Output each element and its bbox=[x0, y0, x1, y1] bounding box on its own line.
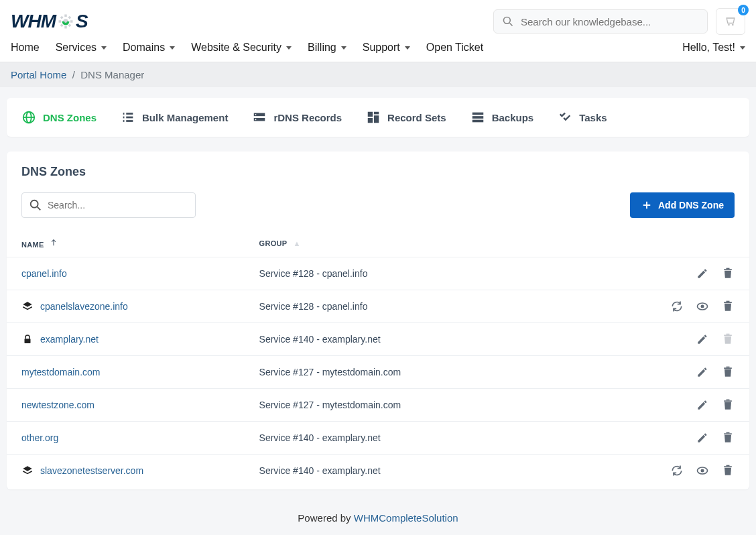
globe-icon bbox=[21, 110, 36, 125]
chevron-down-icon bbox=[170, 46, 175, 50]
tabs-bar: DNS ZonesBulk ManagementrDNS RecordsReco… bbox=[7, 98, 749, 137]
nav-domains[interactable]: Domains bbox=[123, 42, 175, 54]
zone-link[interactable]: other.org bbox=[21, 432, 58, 443]
zone-group: Service #140 - examplary.net bbox=[245, 323, 629, 356]
chevron-down-icon bbox=[101, 46, 107, 50]
delete-icon bbox=[721, 431, 735, 444]
delete-button[interactable] bbox=[721, 300, 735, 313]
col-name[interactable]: NAME bbox=[7, 230, 245, 257]
tab-rdns-records[interactable]: rDNS Records bbox=[252, 110, 342, 125]
edit-button[interactable] bbox=[696, 431, 709, 444]
lock-icon bbox=[21, 333, 34, 345]
chevron-down-icon bbox=[405, 46, 410, 50]
edit-icon bbox=[696, 431, 709, 444]
col-group[interactable]: GROUP ▲ bbox=[245, 230, 629, 257]
panel-title: DNS Zones bbox=[7, 152, 749, 186]
delete-button[interactable] bbox=[721, 464, 735, 477]
zone-link[interactable]: mytestdomain.com bbox=[21, 367, 100, 377]
zones-table: NAME GROUP ▲ cpanel.infoService #128 - c… bbox=[7, 230, 749, 487]
edit-button[interactable] bbox=[696, 398, 709, 412]
table-row: examplary.netService #140 - examplary.ne… bbox=[7, 323, 749, 356]
cart-badge: 0 bbox=[738, 5, 749, 15]
delete-icon bbox=[721, 333, 735, 346]
filter-input[interactable] bbox=[48, 200, 188, 211]
chevron-down-icon bbox=[286, 46, 292, 50]
recordset-icon bbox=[366, 110, 381, 125]
sync-button[interactable] bbox=[670, 464, 684, 477]
search-input[interactable] bbox=[521, 16, 699, 27]
edit-button[interactable] bbox=[696, 267, 709, 280]
delete-icon bbox=[721, 267, 735, 280]
zone-group: Service #140 - examplary.net bbox=[245, 422, 629, 455]
delete-button bbox=[721, 333, 735, 346]
table-row: cpanel.infoService #128 - cpanel.info bbox=[7, 257, 749, 290]
chevron-down-icon bbox=[341, 46, 346, 50]
chevron-down-icon bbox=[740, 46, 745, 50]
gear-icon bbox=[56, 12, 75, 31]
delete-button[interactable] bbox=[721, 365, 735, 379]
nav-support[interactable]: Support bbox=[363, 42, 410, 54]
zone-link[interactable]: cpanelslavezone.info bbox=[40, 301, 128, 312]
sort-none-icon: ▲ bbox=[294, 239, 301, 247]
zone-link[interactable]: newtestzone.com bbox=[21, 400, 94, 410]
delete-button[interactable] bbox=[721, 267, 735, 280]
zone-group: Service #128 - cpanel.info bbox=[245, 257, 629, 290]
tab-bulk-management[interactable]: Bulk Management bbox=[121, 110, 228, 125]
knowledgebase-search[interactable] bbox=[493, 9, 708, 34]
nav-home[interactable]: Home bbox=[11, 42, 40, 54]
zones-panel: DNS Zones Add DNS Zone NAME GROUP bbox=[7, 152, 749, 489]
delete-icon bbox=[721, 398, 735, 412]
delete-icon bbox=[721, 464, 735, 477]
table-row: slavezonetestserver.comService #140 - ex… bbox=[7, 455, 749, 487]
layers-icon bbox=[21, 465, 34, 477]
header: WHM S 0 Home Services Domains Website & … bbox=[0, 0, 756, 62]
sort-asc-icon bbox=[50, 238, 57, 247]
plus-icon bbox=[641, 199, 653, 211]
rdns-icon bbox=[252, 110, 267, 125]
cart-button[interactable]: 0 bbox=[716, 8, 745, 35]
nav-services[interactable]: Services bbox=[56, 42, 107, 54]
tab-record-sets[interactable]: Record Sets bbox=[366, 110, 446, 125]
col-actions bbox=[629, 230, 749, 257]
sync-button[interactable] bbox=[670, 300, 684, 313]
sync-icon bbox=[670, 464, 684, 477]
footer-link[interactable]: WHMCompleteSolution bbox=[354, 512, 458, 524]
zone-group: Service #127 - mytestdomain.com bbox=[245, 356, 629, 389]
edit-icon bbox=[696, 333, 709, 346]
edit-icon bbox=[696, 398, 709, 412]
delete-icon bbox=[721, 300, 735, 313]
list-icon bbox=[121, 110, 135, 125]
edit-button[interactable] bbox=[696, 365, 709, 379]
add-dns-zone-button[interactable]: Add DNS Zone bbox=[630, 192, 735, 218]
zone-link[interactable]: cpanel.info bbox=[21, 268, 67, 279]
nav-billing[interactable]: Billing bbox=[308, 42, 346, 54]
search-icon bbox=[29, 198, 42, 212]
delete-button[interactable] bbox=[721, 431, 735, 444]
filter-box[interactable] bbox=[21, 192, 196, 218]
table-row: other.orgService #140 - examplary.net bbox=[7, 422, 749, 455]
tab-backups[interactable]: Backups bbox=[470, 110, 534, 125]
breadcrumb-current: DNS Manager bbox=[80, 69, 144, 80]
logo[interactable]: WHM S bbox=[11, 11, 88, 32]
table-row: newtestzone.comService #127 - mytestdoma… bbox=[7, 389, 749, 422]
nav-user-menu[interactable]: Hello, Test! bbox=[682, 42, 745, 54]
nav-open-ticket[interactable]: Open Ticket bbox=[426, 42, 483, 54]
delete-button[interactable] bbox=[721, 398, 735, 412]
table-row: cpanelslavezone.infoService #128 - cpane… bbox=[7, 290, 749, 323]
layers-icon bbox=[21, 300, 34, 312]
eye-button[interactable] bbox=[696, 464, 709, 477]
edit-icon bbox=[696, 267, 709, 280]
zone-group: Service #140 - examplary.net bbox=[245, 455, 629, 487]
table-row: mytestdomain.comService #127 - mytestdom… bbox=[7, 356, 749, 389]
breadcrumb-home[interactable]: Portal Home bbox=[11, 69, 66, 80]
eye-button[interactable] bbox=[696, 300, 709, 313]
page-footer: Powered by WHMCompleteSolution bbox=[0, 500, 756, 535]
nav-website-security[interactable]: Website & Security bbox=[191, 42, 292, 54]
zone-link[interactable]: examplary.net bbox=[40, 334, 99, 345]
tab-dns-zones[interactable]: DNS Zones bbox=[21, 110, 97, 125]
zone-group: Service #128 - cpanel.info bbox=[245, 290, 629, 323]
zone-group: Service #127 - mytestdomain.com bbox=[245, 389, 629, 422]
edit-button[interactable] bbox=[696, 333, 709, 346]
tab-tasks[interactable]: Tasks bbox=[558, 110, 607, 125]
zone-link[interactable]: slavezonetestserver.com bbox=[40, 465, 143, 476]
